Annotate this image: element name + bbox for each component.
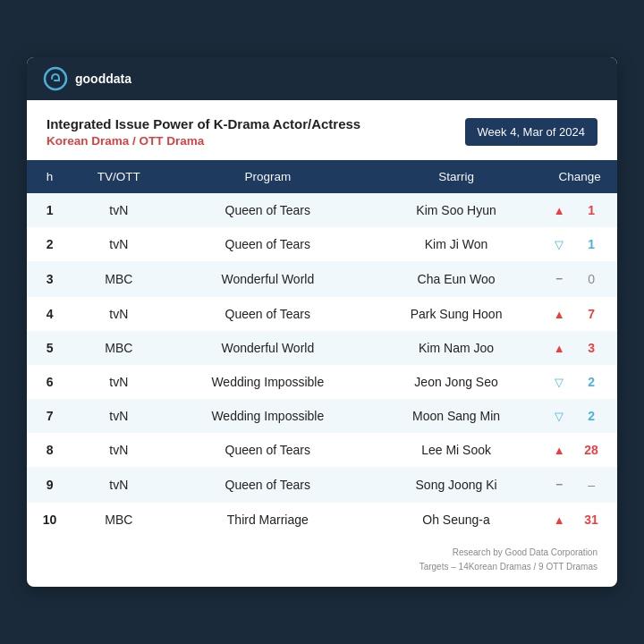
- col-program: Program: [165, 160, 370, 193]
- change-cell: 2: [569, 399, 617, 433]
- down-arrow-icon: ▽: [555, 238, 564, 251]
- card-subtitle: Korean Drama / OTT Drama: [47, 134, 360, 148]
- arrow-cell: －: [542, 467, 569, 503]
- change-cell: 2: [569, 365, 617, 399]
- change-value: 31: [584, 513, 598, 527]
- header-row: h TV/OTT Program Starrig Change: [27, 160, 617, 193]
- down-arrow-icon: ▽: [555, 376, 564, 389]
- arrow-cell: ▲: [542, 193, 569, 227]
- change-cell: 31: [569, 503, 617, 537]
- table-row: 10MBCThird MarriageOh Seung-a▲31: [27, 503, 617, 537]
- rank-cell: 1: [27, 193, 72, 227]
- arrow-cell: ▲: [542, 433, 569, 467]
- table-row: 9tvNQueen of TearsSong Joong Ki－–: [27, 467, 617, 503]
- change-value: 3: [588, 341, 595, 355]
- network-cell: tvN: [72, 193, 165, 227]
- network-cell: MBC: [72, 261, 165, 297]
- table-row: 5MBCWonderful WorldKim Nam Joo▲3: [27, 331, 617, 365]
- rank-cell: 5: [27, 331, 72, 365]
- table-row: 7tvNWedding ImpossibleMoon Sang Min▽2: [27, 399, 617, 433]
- week-badge: Week 4, Mar of 2024: [465, 118, 597, 146]
- program-cell: Queen of Tears: [165, 227, 370, 261]
- arrow-cell: ▽: [542, 227, 569, 261]
- up-arrow-icon: ▲: [554, 444, 565, 457]
- footer-line1: Research by Good Data Corporation: [453, 547, 597, 557]
- rank-cell: 2: [27, 227, 72, 261]
- program-cell: Wonderful World: [165, 261, 370, 297]
- rank-cell: 7: [27, 399, 72, 433]
- rank-cell: 10: [27, 503, 72, 537]
- neutral-icon: －: [553, 477, 565, 491]
- table-row: 4tvNQueen of TearsPark Sung Hoon▲7: [27, 297, 617, 331]
- network-cell: tvN: [72, 365, 165, 399]
- network-cell: tvN: [72, 399, 165, 433]
- program-cell: Queen of Tears: [165, 297, 370, 331]
- change-cell: –: [569, 467, 617, 503]
- arrow-cell: －: [542, 261, 569, 297]
- network-cell: tvN: [72, 433, 165, 467]
- change-cell: 28: [569, 433, 617, 467]
- star-cell: Oh Seung-a: [370, 503, 542, 537]
- star-cell: Kim Soo Hyun: [370, 193, 542, 227]
- rank-cell: 4: [27, 297, 72, 331]
- arrow-cell: ▽: [542, 365, 569, 399]
- program-cell: Wonderful World: [165, 331, 370, 365]
- table-row: 6tvNWedding ImpossibleJeon Jong Seo▽2: [27, 365, 617, 399]
- col-star: Starrig: [370, 160, 542, 193]
- rankings-table: h TV/OTT Program Starrig Change 1tvNQuee…: [27, 160, 617, 537]
- arrow-cell: ▲: [542, 297, 569, 331]
- network-cell: tvN: [72, 297, 165, 331]
- arrow-cell: ▽: [542, 399, 569, 433]
- star-cell: Cha Eun Woo: [370, 261, 542, 297]
- card-title: Integrated Issue Power of K-Drama Actor/…: [47, 116, 360, 131]
- col-network: TV/OTT: [72, 160, 165, 193]
- change-value: 28: [584, 443, 598, 457]
- star-cell: Park Sung Hoon: [370, 297, 542, 331]
- header-left: Integrated Issue Power of K-Drama Actor/…: [47, 116, 360, 148]
- program-cell: Third Marriage: [165, 503, 370, 537]
- logo-text: gooddata: [75, 72, 131, 86]
- star-cell: Kim Ji Won: [370, 227, 542, 261]
- star-cell: Moon Sang Min: [370, 399, 542, 433]
- table-row: 8tvNQueen of TearsLee Mi Sook▲28: [27, 433, 617, 467]
- table-body: 1tvNQueen of TearsKim Soo Hyun▲12tvNQuee…: [27, 193, 617, 537]
- table-row: 3MBCWonderful WorldCha Eun Woo－0: [27, 261, 617, 297]
- card-header: Integrated Issue Power of K-Drama Actor/…: [27, 100, 617, 160]
- change-value: 2: [588, 409, 595, 423]
- program-cell: Queen of Tears: [165, 467, 370, 503]
- table-row: 2tvNQueen of TearsKim Ji Won▽1: [27, 227, 617, 261]
- change-value: 0: [588, 272, 595, 286]
- up-arrow-icon: ▲: [554, 513, 565, 527]
- arrow-cell: ▲: [542, 331, 569, 365]
- rank-cell: 9: [27, 467, 72, 503]
- col-rank: h: [27, 160, 72, 193]
- change-cell: 1: [569, 193, 617, 227]
- network-cell: tvN: [72, 467, 165, 503]
- up-arrow-icon: ▲: [554, 342, 565, 355]
- star-cell: Kim Nam Joo: [370, 331, 542, 365]
- change-cell: 7: [569, 297, 617, 331]
- neutral-icon: －: [553, 271, 565, 285]
- up-arrow-icon: ▲: [554, 308, 565, 321]
- program-cell: Queen of Tears: [165, 193, 370, 227]
- network-cell: MBC: [72, 331, 165, 365]
- network-cell: tvN: [72, 227, 165, 261]
- svg-point-0: [45, 68, 66, 89]
- network-cell: MBC: [72, 503, 165, 537]
- change-cell: 3: [569, 331, 617, 365]
- star-cell: Jeon Jong Seo: [370, 365, 542, 399]
- arrow-cell: ▲: [542, 503, 569, 537]
- rank-cell: 3: [27, 261, 72, 297]
- change-value: –: [588, 478, 595, 492]
- footer-line2: Targets – 14Korean Dramas / 9 OTT Dramas: [419, 562, 597, 572]
- up-arrow-icon: ▲: [554, 204, 565, 217]
- star-cell: Song Joong Ki: [370, 467, 542, 503]
- change-value: 7: [588, 307, 595, 321]
- rank-cell: 6: [27, 365, 72, 399]
- change-value: 2: [588, 375, 595, 389]
- program-cell: Wedding Impossible: [165, 399, 370, 433]
- footer-note: Research by Good Data Corporation Target…: [27, 537, 617, 587]
- rank-cell: 8: [27, 433, 72, 467]
- program-cell: Queen of Tears: [165, 433, 370, 467]
- table-row: 1tvNQueen of TearsKim Soo Hyun▲1: [27, 193, 617, 227]
